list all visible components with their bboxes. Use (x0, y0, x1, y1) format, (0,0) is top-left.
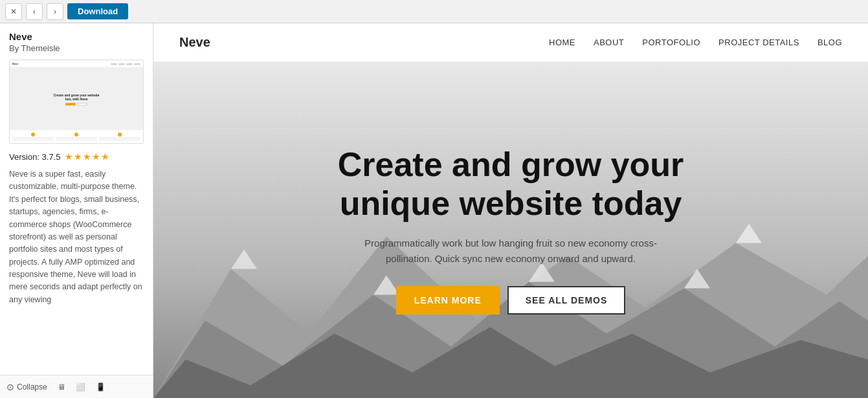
mini-feature (12, 133, 54, 140)
mini-feature-line (99, 137, 140, 138)
mobile-view-button[interactable]: 📱 (96, 382, 106, 392)
toolbar: ✕ ‹ › Download (0, 0, 868, 23)
star-rating: ★ ★ ★ ★ ★ (65, 151, 109, 162)
svg-marker-6 (231, 249, 257, 269)
sidebar: Neve By Themeisle Neve Crea (0, 23, 153, 398)
monitor-icon: 🖥 (58, 382, 65, 392)
tablet-view-button[interactable]: ⬜ (76, 382, 85, 392)
mini-feature (99, 133, 140, 140)
close-button[interactable]: ✕ (5, 3, 22, 20)
main-layout: Neve By Themeisle Neve Crea (0, 23, 868, 398)
mini-nav-links (111, 63, 140, 65)
mini-features (10, 130, 143, 143)
hero-title: Create and grow your unique website toda… (297, 146, 724, 223)
sidebar-content: Neve By Themeisle Neve Crea (0, 23, 153, 375)
collapse-button[interactable]: ⊙ Collapse (6, 382, 47, 392)
mini-hero-title: Create and grow your websitefast, with N… (53, 93, 99, 101)
mini-logo: Neve (12, 62, 19, 65)
mini-feature-line (56, 139, 97, 140)
sidebar-bottom: ⊙ Collapse 🖥 ⬜ 📱 (0, 375, 153, 398)
mini-hero-btns (65, 103, 87, 105)
mini-nav: Neve (10, 60, 143, 68)
star-5: ★ (101, 151, 109, 162)
collapse-icon: ⊙ (6, 382, 14, 392)
mini-preview: Neve Create and grow your websitefast, w… (10, 60, 143, 143)
site-logo: Neve (179, 35, 210, 50)
mini-learn-more-btn (65, 103, 76, 105)
mini-feature-icon (118, 133, 122, 137)
mobile-icon: 📱 (96, 382, 106, 392)
tablet-icon: ⬜ (76, 382, 85, 392)
download-button[interactable]: Download (67, 3, 128, 19)
mini-feature-line (56, 137, 97, 138)
nav-item-project-details[interactable]: PROJECT DETAILS (718, 38, 799, 47)
mini-download-btn (77, 103, 87, 105)
mini-nav-link (126, 63, 133, 65)
back-icon: ‹ (33, 6, 36, 16)
star-2: ★ (74, 151, 82, 162)
website-preview: Neve HOME ABOUT PORTOFOLIO PROJECT DETAI… (153, 23, 868, 398)
forward-button[interactable]: › (47, 3, 63, 20)
mini-feature-line (12, 137, 54, 138)
mini-hero: Create and grow your websitefast, with N… (10, 68, 143, 130)
hero-content: Create and grow your unique website toda… (284, 133, 737, 328)
site-header: Neve HOME ABOUT PORTOFOLIO PROJECT DETAI… (153, 23, 868, 62)
star-1: ★ (65, 151, 73, 162)
mini-nav-link (111, 63, 117, 65)
version-label: Version: 3.7.5 (9, 152, 61, 162)
mini-feature-line (12, 139, 54, 140)
nav-item-portfolio[interactable]: PORTOFOLIO (642, 38, 700, 47)
theme-screenshot: Neve Create and grow your websitefast, w… (9, 60, 144, 144)
hero-buttons: LEARN MORE SEE ALL DEMOS (297, 286, 724, 315)
desktop-view-button[interactable]: 🖥 (58, 382, 65, 392)
mini-feature-icon (31, 133, 35, 137)
nav-item-blog[interactable]: BLOG (818, 38, 842, 47)
see-demos-button[interactable]: SEE ALL DEMOS (507, 286, 626, 315)
version-rating: Version: 3.7.5 ★ ★ ★ ★ ★ (9, 151, 144, 162)
forward-icon: › (54, 6, 56, 16)
learn-more-button[interactable]: LEARN MORE (396, 286, 500, 315)
site-nav: HOME ABOUT PORTOFOLIO PROJECT DETAILS BL… (549, 38, 842, 47)
theme-description: Neve is a super fast, easily customizabl… (9, 168, 144, 306)
hero-subtitle: Programmatically work but low hanging fr… (342, 236, 679, 267)
svg-marker-7 (736, 223, 762, 243)
site-hero: Create and grow your unique website toda… (153, 62, 868, 398)
back-button[interactable]: ‹ (26, 3, 43, 20)
nav-item-about[interactable]: ABOUT (594, 38, 624, 47)
mini-feature-line (99, 139, 140, 140)
theme-name: Neve (9, 31, 144, 42)
preview-area: Neve HOME ABOUT PORTOFOLIO PROJECT DETAI… (153, 23, 868, 398)
theme-author: By Themeisle (9, 43, 144, 53)
mini-feature (56, 133, 97, 140)
mini-nav-link (134, 63, 140, 65)
star-3: ★ (83, 151, 91, 162)
nav-item-home[interactable]: HOME (549, 38, 575, 47)
mini-feature-icon (74, 133, 78, 137)
star-4: ★ (92, 151, 100, 162)
mini-nav-link (118, 63, 125, 65)
close-icon: ✕ (10, 7, 17, 16)
collapse-label: Collapse (17, 382, 47, 392)
